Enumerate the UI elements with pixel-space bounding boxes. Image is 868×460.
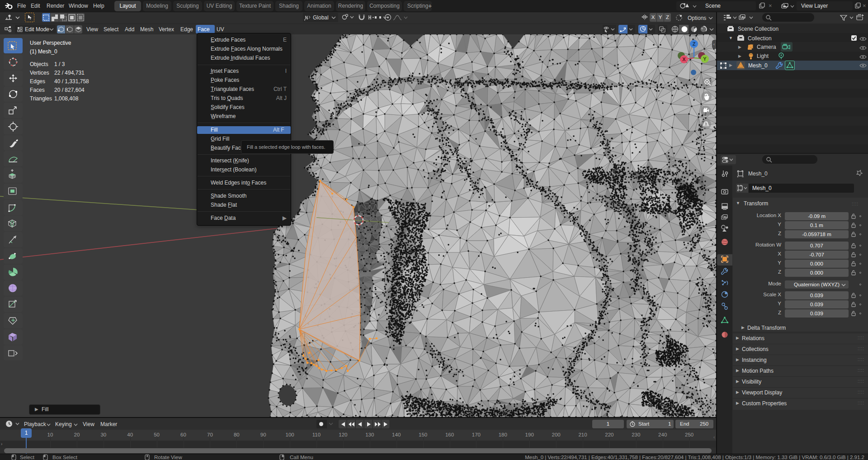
svg-text:Z: Z (693, 41, 696, 47)
svg-text:X: X (682, 57, 686, 62)
svg-text:Y: Y (703, 56, 707, 62)
svg-text:Global: Global (313, 14, 329, 21)
